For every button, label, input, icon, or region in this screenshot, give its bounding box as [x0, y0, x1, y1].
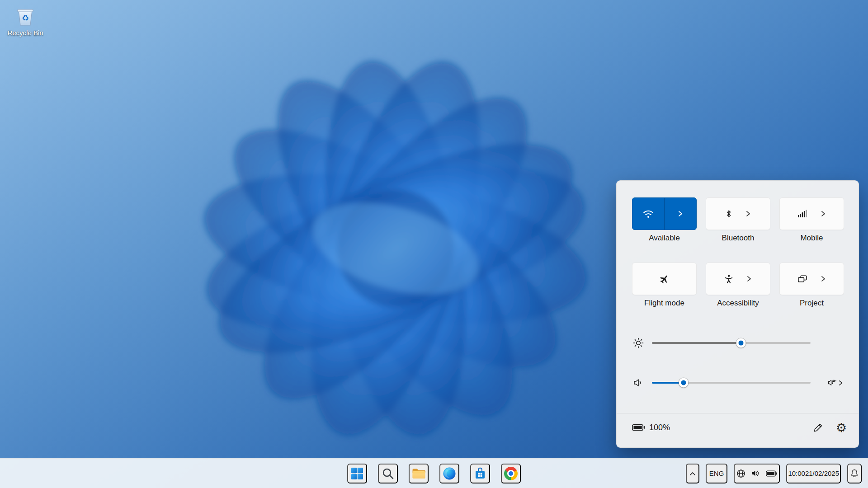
settings-button[interactable]: ⚙	[833, 419, 849, 436]
bluetooth-icon	[726, 209, 732, 218]
chevron-up-icon	[689, 471, 696, 476]
tile-group-project: Project	[779, 263, 844, 309]
chrome-browser-button[interactable]	[501, 464, 521, 483]
file-explorer-button[interactable]	[409, 464, 429, 483]
battery-percent-label: 100%	[649, 423, 670, 432]
airplane-icon	[660, 275, 669, 283]
cellular-signal-icon	[798, 210, 807, 218]
chevron-right-icon	[678, 211, 683, 217]
tile-row-1: Available Bluetooth	[632, 197, 843, 244]
sound-output-icon	[828, 379, 837, 387]
sound-output-button[interactable]	[828, 379, 843, 387]
edge-icon	[443, 467, 456, 480]
tray-date: 21/02/2025	[805, 469, 839, 478]
project-tile-label: Project	[800, 299, 824, 309]
search-button[interactable]	[378, 464, 398, 483]
wifi-toggle-button[interactable]	[632, 198, 664, 230]
brightness-slider-thumb[interactable]	[736, 338, 745, 348]
quick-settings-footer: 100% ⚙	[617, 413, 859, 436]
volume-tray-icon	[751, 469, 760, 477]
edge-browser-button[interactable]	[439, 464, 459, 483]
project-button[interactable]	[779, 263, 844, 295]
recycle-bin-label: Recycle Bin	[7, 29, 43, 37]
gear-icon: ⚙	[836, 422, 847, 434]
system-tray-status-button[interactable]	[734, 464, 780, 483]
hidden-icons-button[interactable]	[686, 464, 699, 483]
chevron-right-icon	[745, 211, 751, 217]
speaker-icon	[632, 378, 645, 387]
network-globe-icon	[736, 469, 745, 478]
flight-mode-button[interactable]	[632, 263, 697, 295]
battery-tray-icon	[766, 470, 777, 477]
tile-row-2: Flight mode	[632, 263, 843, 309]
mobile-tile-label: Mobile	[800, 234, 823, 244]
recycle-bin-glyph: ♻	[14, 5, 36, 27]
pencil-icon	[813, 423, 823, 432]
tile-group-wifi: Available	[632, 197, 697, 244]
mobile-button[interactable]	[779, 197, 844, 230]
volume-row	[632, 378, 843, 387]
tile-group-accessibility: Accessibility	[706, 263, 770, 309]
brightness-row	[632, 338, 843, 348]
bluetooth-tile-label: Bluetooth	[722, 234, 755, 244]
brightness-slider[interactable]	[652, 342, 811, 344]
brightness-sun-icon	[632, 338, 645, 348]
notifications-button[interactable]	[847, 464, 862, 483]
volume-row-end	[818, 379, 843, 387]
search-icon	[382, 467, 394, 480]
bluetooth-expand	[745, 211, 751, 217]
flight-mode-tile-label: Flight mode	[644, 299, 684, 309]
edit-quick-settings-button[interactable]	[810, 419, 826, 436]
recycle-bin-icon[interactable]: ♻ Recycle Bin	[4, 5, 47, 37]
wifi-tile	[632, 197, 697, 230]
svg-text:♻: ♻	[22, 14, 29, 23]
mobile-expand	[821, 211, 826, 217]
volume-slider-thumb[interactable]	[679, 378, 689, 388]
clock[interactable]: 10:00 21/02/2025	[786, 464, 841, 483]
quick-settings-tiles: Available Bluetooth	[632, 197, 843, 309]
accessibility-tile-label: Accessibility	[717, 299, 759, 309]
accessibility-button[interactable]	[706, 263, 770, 295]
tile-group-bluetooth: Bluetooth	[706, 197, 770, 244]
microsoft-store-button[interactable]	[470, 464, 490, 483]
quick-settings-panel: Available Bluetooth	[616, 180, 859, 448]
language-indicator[interactable]: ENG	[706, 464, 728, 483]
brightness-slider-fill	[652, 342, 741, 344]
chrome-icon	[504, 467, 518, 480]
tile-group-mobile: Mobile	[779, 197, 844, 244]
wifi-tile-label: Available	[649, 234, 680, 244]
project-screens-icon	[798, 275, 807, 283]
accessibility-expand	[746, 276, 752, 282]
accessibility-person-icon	[725, 275, 733, 283]
microsoft-store-icon	[474, 467, 486, 480]
taskbar-tray: ENG 10:00	[686, 459, 868, 488]
chevron-right-icon	[838, 380, 843, 386]
chevron-right-icon	[821, 211, 826, 217]
windows-logo-icon	[351, 467, 363, 480]
bluetooth-button[interactable]	[706, 197, 770, 230]
start-button[interactable]	[347, 464, 367, 483]
taskbar: ENG 10:00	[0, 458, 868, 488]
project-expand	[821, 276, 826, 282]
wifi-expand-button[interactable]	[664, 198, 696, 230]
battery-icon	[632, 424, 645, 431]
chevron-right-icon	[746, 276, 752, 282]
wifi-icon	[643, 210, 654, 218]
file-explorer-icon	[412, 468, 426, 479]
chevron-right-icon	[821, 276, 826, 282]
volume-slider[interactable]	[652, 382, 811, 384]
desktop: ♻ Recycle Bin	[0, 0, 868, 488]
tray-time: 10:00	[788, 469, 805, 478]
tile-group-flight-mode: Flight mode	[632, 263, 697, 309]
battery-status-button[interactable]: 100%	[632, 419, 670, 436]
bell-icon	[849, 469, 859, 479]
